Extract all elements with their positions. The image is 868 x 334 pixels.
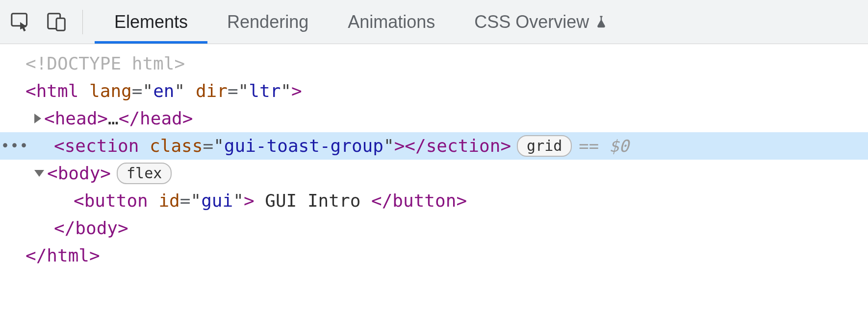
tab-label: CSS Overview — [474, 12, 589, 32]
tab-animations[interactable]: Animations — [328, 0, 455, 44]
attr-value: gui-toast-group — [224, 132, 383, 160]
devtools-toolbar: Elements Rendering Animations CSS Overvi… — [0, 0, 868, 44]
svg-rect-0 — [12, 13, 27, 25]
button-text: GUI Intro — [255, 187, 371, 215]
console-reference: == $0 — [579, 132, 629, 160]
collapse-arrow-icon[interactable] — [34, 170, 44, 177]
dom-node-button[interactable]: <button id="gui"> GUI Intro </button> — [0, 187, 868, 215]
inspect-element-icon[interactable] — [9, 10, 33, 34]
section-close: </section> — [405, 132, 511, 160]
dom-node-section-selected[interactable]: ••• <section class="gui-toast-group"></s… — [0, 132, 868, 160]
dom-node-body-open[interactable]: <body> flex — [0, 160, 868, 187]
devtools-tabs: Elements Rendering Animations CSS Overvi… — [95, 0, 628, 44]
tab-label: Animations — [348, 12, 435, 32]
angle-open: < — [26, 77, 36, 105]
tag-name: button — [84, 187, 148, 215]
attr-name: id — [158, 187, 179, 215]
more-actions-icon[interactable]: ••• — [4, 132, 26, 160]
tab-css-overview[interactable]: CSS Overview — [455, 0, 628, 44]
head-open: <head> — [44, 105, 108, 132]
doctype-text: <!DOCTYPE html> — [26, 50, 185, 77]
expand-arrow-icon[interactable] — [34, 114, 41, 123]
flask-icon — [594, 15, 609, 29]
tag-name: section — [65, 132, 139, 160]
svg-rect-2 — [56, 18, 65, 30]
head-close: </head> — [119, 105, 193, 132]
tag-name: html — [36, 77, 79, 105]
attr-name: class — [150, 132, 203, 160]
attr-name: lang — [89, 77, 132, 105]
tab-label: Rendering — [227, 12, 308, 32]
device-toggle-icon[interactable] — [44, 10, 69, 34]
attr-value: en — [153, 77, 174, 105]
dom-node-html-close[interactable]: </html> — [0, 242, 868, 269]
attr-name: dir — [196, 77, 228, 105]
ellipsis: … — [108, 105, 119, 132]
dom-node-body-close[interactable]: </body> — [0, 215, 868, 242]
body-open: <body> — [47, 160, 111, 187]
tab-rendering[interactable]: Rendering — [207, 0, 328, 44]
attr-value: ltr — [249, 77, 281, 105]
angle-close: > — [291, 77, 302, 105]
layout-badge-grid[interactable]: grid — [517, 135, 572, 157]
toolbar-separator — [82, 10, 83, 34]
body-close: </body> — [54, 215, 128, 242]
tab-label: Elements — [114, 12, 188, 32]
dom-node-head[interactable]: <head>…</head> — [0, 105, 868, 132]
layout-badge-flex[interactable]: flex — [117, 163, 172, 184]
tab-elements[interactable]: Elements — [95, 0, 207, 44]
button-close: </button> — [371, 187, 467, 215]
dom-node-html-open[interactable]: <html lang="en" dir="ltr"> — [0, 77, 868, 105]
elements-dom-tree[interactable]: <!DOCTYPE html> <html lang="en" dir="ltr… — [0, 44, 868, 269]
html-close: </html> — [26, 242, 100, 269]
attr-value: gui — [201, 187, 233, 215]
dom-node-doctype[interactable]: <!DOCTYPE html> — [0, 50, 868, 77]
